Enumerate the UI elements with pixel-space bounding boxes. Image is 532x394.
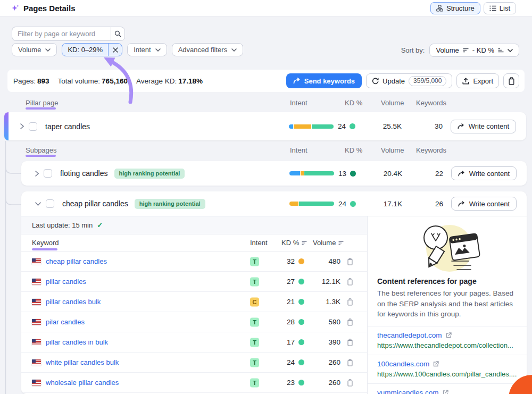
write-content-button[interactable]: Write content (451, 166, 517, 180)
kd-dot (350, 201, 356, 207)
row-checkbox[interactable] (29, 122, 37, 131)
pillar-page-name: taper candles (45, 122, 90, 131)
delete-keyword-button[interactable] (347, 379, 353, 387)
send-keywords-button[interactable]: Send keywords (286, 73, 362, 88)
write-content-button[interactable]: Write content (451, 120, 516, 133)
pillar-page-section-label: Pillar page (26, 99, 58, 107)
high-ranking-potential-badge: high ranking potential (114, 169, 185, 179)
kd-cell: 21 (265, 292, 304, 312)
kd-dot (298, 299, 304, 305)
collapse-chevron-down-icon[interactable] (35, 202, 41, 206)
delete-keyword-button[interactable] (347, 339, 353, 346)
kd-cell: 28 (265, 312, 304, 332)
volume-cell: 480 (309, 252, 340, 271)
intent-badge: C (250, 297, 259, 306)
column-header-keywords: Keywords (416, 146, 446, 154)
kd-dot (350, 123, 355, 129)
search-icon (114, 30, 121, 37)
row-checkbox[interactable] (46, 199, 54, 208)
reference-url[interactable]: https://www.thecandledepot.com/collectio… (377, 341, 517, 349)
intent-column-header: Intent (250, 239, 268, 247)
keyword-link[interactable]: pillar candles bulk (46, 298, 101, 306)
view-toggle: Structure List (430, 2, 516, 14)
delete-all-button[interactable] (503, 73, 519, 88)
chevron-down-icon (508, 49, 513, 52)
reference-domain-link[interactable]: yummicandles.com (377, 389, 517, 394)
write-arrow-icon (458, 171, 465, 177)
write-arrow-icon (458, 201, 465, 207)
intent-badge: T (250, 277, 259, 286)
keyword-row: cheap pillar candles T 32 480 (21, 252, 367, 272)
kd-cell: 24 (318, 112, 355, 140)
volume-cell: 20.4K (365, 161, 402, 186)
lightbulb-illustration (405, 221, 490, 274)
write-content-button[interactable]: Write content (451, 197, 517, 211)
top-bar: Pages Details Structure List (0, 0, 532, 16)
filter-chips: Volume KD: 0–29% Intent Advanced filters (12, 43, 243, 56)
reference-domain-link[interactable]: thecandledepot.com (377, 331, 517, 339)
pillar-highlight-bar (4, 112, 9, 140)
volume-column-header[interactable]: Volume (313, 239, 344, 247)
close-icon (113, 47, 118, 53)
kd-dot (298, 258, 304, 264)
kd-dot (298, 319, 304, 325)
keyword-table-header: Keyword Intent KD % Volume (21, 234, 367, 252)
kd-cell: 17 (265, 332, 304, 352)
delete-keyword-button[interactable] (347, 298, 353, 306)
keyword-link[interactable]: wholesale pillar candles (46, 379, 119, 387)
keyword-link[interactable]: pillar candles (46, 278, 86, 286)
us-flag-icon (32, 279, 41, 285)
volume-filter-chip[interactable]: Volume (12, 43, 57, 56)
intent-badge: T (250, 378, 259, 387)
keyword-header-highlight (32, 248, 57, 250)
advanced-filters-chip[interactable]: Advanced filters (172, 43, 244, 56)
intent-badge: T (250, 358, 259, 367)
external-link-icon (433, 361, 439, 367)
page-title: Pages Details (12, 4, 76, 13)
pillar-page-row: taper candles 24 25.5K 30 Write content (4, 112, 526, 140)
subpages-section-label: Subpages (26, 146, 57, 154)
intent-filter-chip[interactable]: Intent (127, 43, 167, 56)
list-view-button[interactable]: List (484, 2, 516, 14)
delete-keyword-button[interactable] (347, 359, 353, 366)
update-button[interactable]: Update 359/5,000 (366, 73, 452, 88)
external-link-icon (443, 390, 448, 394)
delete-keyword-button[interactable] (347, 318, 353, 326)
kd-dot (298, 279, 304, 284)
row-checkbox[interactable] (44, 169, 52, 178)
reference-url[interactable]: https://www.100candles.com/pillar_candle… (377, 370, 517, 378)
column-header-kd: KD % (345, 99, 362, 107)
kd-cell: 32 (265, 252, 304, 271)
delete-keyword-button[interactable] (347, 258, 353, 265)
keyword-link[interactable]: pillar candles in bulk (46, 338, 108, 346)
expand-chevron-right-icon[interactable] (35, 171, 39, 177)
column-header-intent: Intent (290, 146, 307, 154)
export-button[interactable]: Export (456, 73, 499, 88)
delete-keyword-button[interactable] (347, 278, 353, 286)
sort-by-dropdown[interactable]: Volume - KD % (429, 44, 519, 57)
refresh-icon (372, 78, 379, 85)
keyword-link[interactable]: pilar candles (46, 318, 85, 326)
references-title: Content references for page (377, 277, 517, 286)
export-icon (462, 78, 469, 85)
kd-filter-chip[interactable]: KD: 0–29% (62, 43, 122, 56)
kd-column-header[interactable]: KD % (281, 239, 307, 247)
reference-item: thecandledepot.com https://www.thecandle… (368, 326, 527, 355)
reference-domain-link[interactable]: 100candles.com (377, 360, 517, 368)
sort-by: Sort by: Volume - KD % (401, 44, 519, 57)
sort-desc-icon (463, 48, 469, 53)
last-update-bar: Last update: 15 min ✓ (21, 216, 367, 234)
keyword-link[interactable]: white pillar candles bulk (46, 358, 119, 366)
keyword-column-header: Keyword (32, 239, 59, 247)
column-header-volume: Volume (381, 146, 404, 154)
reference-item: yummicandles.com (368, 384, 527, 394)
references-description: The best references for your pages. Base… (377, 288, 517, 320)
keyword-link[interactable]: cheap pillar candles (46, 257, 107, 265)
search-button[interactable] (111, 27, 125, 41)
structure-view-button[interactable]: Structure (430, 2, 480, 14)
content-references-panel: Content references for page The best ref… (367, 216, 527, 394)
expand-chevron-right-icon[interactable] (20, 123, 24, 129)
search-input[interactable] (12, 27, 111, 41)
remove-kd-filter-button[interactable] (108, 44, 122, 56)
sort-by-label: Sort by: (401, 46, 425, 54)
